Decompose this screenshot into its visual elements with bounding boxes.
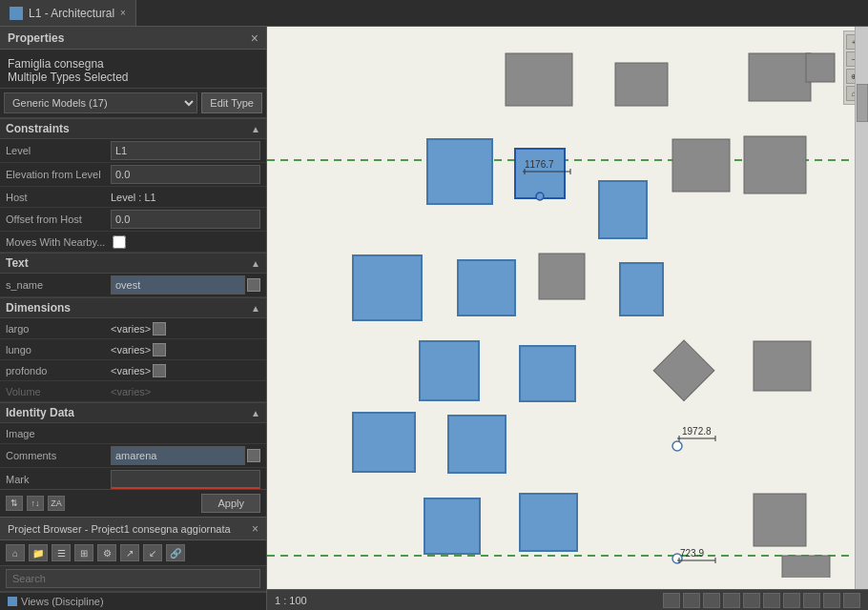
prop-comments: Comments bbox=[0, 444, 266, 468]
shape-gray-7[interactable] bbox=[539, 254, 585, 299]
status-icon-10[interactable] bbox=[843, 593, 860, 608]
shape-gray-5[interactable] bbox=[672, 139, 730, 192]
properties-scroll: Constraints ▲ Level Elevation from Level… bbox=[0, 118, 266, 489]
mark-input[interactable] bbox=[111, 470, 260, 489]
shape-blue-9[interactable] bbox=[448, 416, 506, 473]
prop-lungo: lungo <varies> bbox=[0, 339, 266, 360]
comments-icon bbox=[247, 449, 260, 462]
shape-blue-6[interactable] bbox=[420, 341, 479, 400]
host-text: Level : L1 bbox=[111, 192, 156, 203]
browser-import-icon[interactable]: ↙ bbox=[143, 544, 162, 561]
dimensions-toggle-icon[interactable]: ▲ bbox=[251, 303, 260, 314]
shape-gray-10[interactable] bbox=[782, 556, 830, 578]
constraints-toggle-icon[interactable]: ▲ bbox=[251, 124, 260, 134]
prop-host-value: Level : L1 bbox=[111, 192, 260, 203]
panel-close-button[interactable]: × bbox=[251, 30, 258, 46]
status-icon-2[interactable] bbox=[683, 593, 700, 608]
status-icon-6[interactable] bbox=[763, 593, 780, 608]
browser-close-button[interactable]: × bbox=[252, 522, 258, 536]
prop-moves-with-label: Moves With Nearby... bbox=[6, 236, 111, 248]
constraints-section-header[interactable]: Constraints ▲ bbox=[0, 118, 266, 139]
comments-input[interactable] bbox=[111, 446, 245, 465]
floor-plan-icon bbox=[10, 7, 23, 20]
elevation-input[interactable] bbox=[111, 165, 260, 184]
moves-with-checkbox[interactable] bbox=[113, 235, 126, 249]
shape-gray-6[interactable] bbox=[744, 136, 806, 193]
family-name: Famiglia consegna bbox=[8, 57, 258, 71]
prop-moves-with: Moves With Nearby... bbox=[0, 232, 266, 253]
shape-gray-2[interactable] bbox=[615, 63, 668, 106]
shape-blue-3[interactable] bbox=[353, 255, 422, 320]
text-section-header[interactable]: Text ▲ bbox=[0, 253, 266, 274]
browser-table-icon[interactable]: ⊞ bbox=[74, 544, 93, 561]
scrollbar-vertical[interactable] bbox=[855, 27, 868, 589]
shape-blue-2[interactable] bbox=[599, 181, 647, 238]
viewport-tab[interactable]: L1 - Architectural × bbox=[0, 0, 136, 26]
properties-panel: Properties × Famiglia consegna Multiple … bbox=[0, 27, 267, 610]
browser-settings-icon[interactable]: ⚙ bbox=[97, 544, 116, 561]
prop-moves-with-value bbox=[111, 235, 260, 249]
browser-export-icon[interactable]: ↗ bbox=[120, 544, 139, 561]
prop-offset: Offset from Host bbox=[0, 208, 266, 232]
status-icon-5[interactable] bbox=[743, 593, 760, 608]
shape-blue-4[interactable] bbox=[458, 260, 515, 315]
prop-elevation-label: Elevation from Level bbox=[6, 169, 111, 180]
text-toggle-icon[interactable]: ▲ bbox=[251, 258, 260, 269]
sname-input[interactable] bbox=[111, 275, 245, 295]
text-label: Text bbox=[6, 256, 29, 270]
shape-gray-diamond[interactable] bbox=[653, 340, 714, 401]
type-selector-row: Generic Models (17) Edit Type bbox=[0, 89, 266, 118]
prop-comments-value bbox=[111, 446, 260, 465]
apply-area: ⇅ ↑↓ ZA Apply bbox=[0, 489, 266, 517]
shape-gray-3[interactable] bbox=[749, 53, 811, 101]
project-browser: Project Browser - Project1 consegna aggi… bbox=[0, 517, 266, 610]
shape-gray-8[interactable] bbox=[754, 341, 811, 391]
browser-link-icon[interactable]: 🔗 bbox=[166, 544, 185, 561]
shape-blue-selected[interactable] bbox=[515, 149, 565, 198]
status-icon-7[interactable] bbox=[783, 593, 800, 608]
shape-blue-11[interactable] bbox=[520, 494, 577, 551]
browser-folder-icon[interactable]: 📁 bbox=[29, 544, 48, 561]
shape-gray-9[interactable] bbox=[754, 494, 806, 546]
dimensions-section-header[interactable]: Dimensions ▲ bbox=[0, 297, 266, 318]
prop-image: Image bbox=[0, 423, 266, 444]
status-icon-9[interactable] bbox=[823, 593, 840, 608]
shape-blue-10[interactable] bbox=[424, 498, 480, 554]
edit-type-button[interactable]: Edit Type bbox=[201, 92, 262, 113]
status-icon-1[interactable] bbox=[663, 593, 680, 608]
dim-label-3: 723.9 bbox=[680, 548, 704, 559]
sort-icon-3[interactable]: ZA bbox=[48, 496, 65, 511]
volume-text: <varies> bbox=[111, 386, 151, 397]
identity-toggle-icon[interactable]: ▲ bbox=[251, 408, 260, 418]
search-input[interactable] bbox=[6, 569, 260, 588]
browser-footer-label[interactable]: Views (Discipline) bbox=[21, 596, 104, 607]
tab-close-button[interactable]: × bbox=[120, 8, 126, 18]
sort-icon-1[interactable]: ⇅ bbox=[6, 496, 23, 511]
scrollbar-thumb-v[interactable] bbox=[857, 84, 868, 122]
status-icon-3[interactable] bbox=[703, 593, 720, 608]
identity-section-header[interactable]: Identity Data ▲ bbox=[0, 402, 266, 423]
status-icon-4[interactable] bbox=[723, 593, 740, 608]
level-input[interactable] bbox=[111, 141, 260, 160]
prop-level: Level bbox=[0, 139, 266, 163]
shape-blue-8[interactable] bbox=[353, 413, 415, 472]
apply-button[interactable]: Apply bbox=[201, 494, 260, 513]
prop-host-label: Host bbox=[6, 192, 111, 203]
sort-icon-2[interactable]: ↑↓ bbox=[27, 496, 44, 511]
browser-home-icon[interactable]: ⌂ bbox=[6, 544, 25, 561]
prop-host: Host Level : L1 bbox=[0, 187, 266, 208]
shape-blue-5[interactable] bbox=[620, 263, 663, 315]
shape-blue-7[interactable] bbox=[520, 346, 575, 401]
browser-footer[interactable]: Views (Discipline) bbox=[0, 592, 266, 610]
shape-blue-1[interactable] bbox=[427, 139, 492, 204]
type-selector[interactable]: Generic Models (17) bbox=[4, 92, 197, 113]
selection-handle[interactable] bbox=[536, 193, 544, 200]
browser-list-icon[interactable]: ☰ bbox=[52, 544, 71, 561]
tree-expand-icon bbox=[8, 597, 17, 606]
status-icon-8[interactable] bbox=[803, 593, 820, 608]
prop-mark: Mark bbox=[0, 468, 266, 489]
offset-input[interactable] bbox=[111, 210, 260, 229]
shape-gray-4[interactable] bbox=[806, 53, 835, 82]
largo-text: <varies> bbox=[111, 323, 151, 335]
shape-gray-1[interactable] bbox=[506, 53, 572, 106]
